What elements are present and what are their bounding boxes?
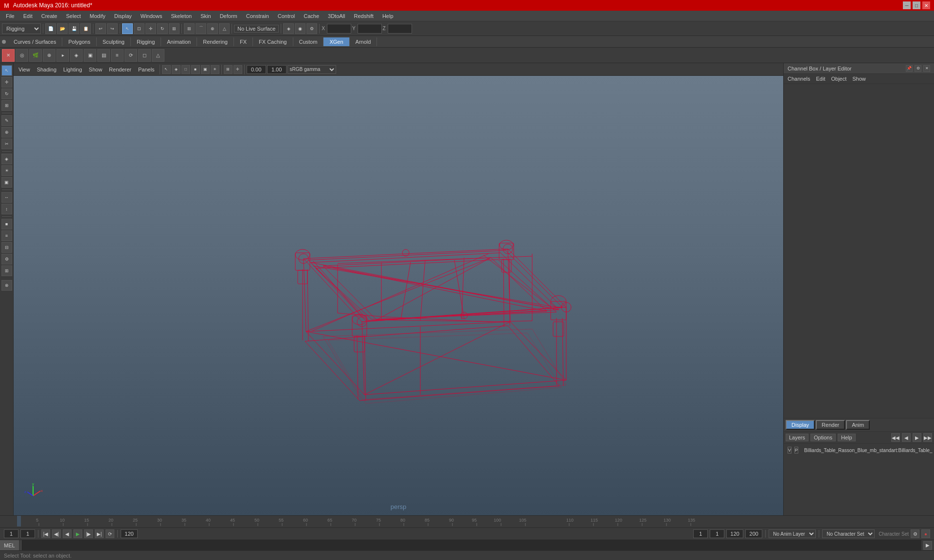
ipr-render-btn[interactable]: ◉ bbox=[295, 23, 305, 34]
menu-item-file[interactable]: File bbox=[2, 12, 18, 20]
play-fwd-btn[interactable]: ▶ bbox=[73, 529, 82, 538]
x-field[interactable] bbox=[327, 24, 351, 34]
title-bar-controls[interactable]: ─ □ ✕ bbox=[903, 1, 930, 9]
shelf-btn-3[interactable]: ⊕ bbox=[43, 49, 55, 62]
undo-btn[interactable]: ↩ bbox=[95, 23, 106, 34]
channels-tab[interactable]: Channels bbox=[788, 76, 810, 82]
layer-render-toggle[interactable]: P bbox=[794, 447, 798, 454]
module-tab-custom[interactable]: Custom bbox=[293, 37, 324, 46]
shelf-btn-5[interactable]: ◈ bbox=[70, 49, 83, 62]
viewport-3d[interactable]: persp x y z bbox=[14, 76, 783, 515]
snap-point-btn[interactable]: ⊕ bbox=[207, 23, 218, 34]
menu-item-modify[interactable]: Modify bbox=[86, 12, 109, 20]
save-file-btn[interactable]: 💾 bbox=[69, 23, 79, 34]
start-frame-field[interactable] bbox=[4, 529, 18, 538]
command-run-btn[interactable]: ▶ bbox=[923, 541, 932, 550]
layer-end-btn[interactable]: ▶▶ bbox=[923, 433, 932, 442]
menu-item-deform[interactable]: Deform bbox=[216, 12, 241, 20]
anim-layer-dropdown[interactable]: No Anim Layer bbox=[769, 529, 816, 538]
show-menu[interactable]: Show bbox=[86, 66, 106, 73]
vp-select-btn[interactable]: ↖ bbox=[162, 65, 171, 74]
renderer-menu[interactable]: Renderer bbox=[106, 66, 134, 73]
snap-surface-btn[interactable]: △ bbox=[219, 23, 230, 34]
render-current-btn[interactable]: ◈ bbox=[283, 23, 294, 34]
timeline-area[interactable]: 510 1520 2530 3540 4550 5560 6570 7580 8… bbox=[0, 515, 934, 527]
panels-menu[interactable]: Panels bbox=[135, 66, 158, 73]
vp-camera-btn[interactable]: ◈ bbox=[172, 65, 180, 74]
menu-item-help[interactable]: Help bbox=[378, 12, 397, 20]
anim-tab[interactable]: Anim bbox=[846, 420, 870, 430]
go-to-end-btn[interactable]: ▶| bbox=[95, 529, 104, 538]
shelf-btn-2[interactable]: 🌿 bbox=[29, 49, 42, 62]
y-field[interactable] bbox=[358, 24, 382, 34]
scale-tool-btn[interactable]: ⊞ bbox=[169, 23, 180, 34]
auto-key-btn[interactable]: ● bbox=[921, 529, 930, 538]
module-tab-fx[interactable]: FX bbox=[234, 37, 253, 46]
open-file-btn[interactable]: 📂 bbox=[57, 23, 68, 34]
channel-box-pin-btn[interactable]: 📌 bbox=[906, 65, 913, 72]
shelf-btn-9[interactable]: ⟳ bbox=[125, 49, 137, 62]
current-frame-field1[interactable] bbox=[20, 529, 35, 538]
attr-editor[interactable]: ⊟ bbox=[1, 242, 12, 253]
module-tab-fx-caching[interactable]: FX Caching bbox=[253, 37, 293, 46]
vp-wireframe-btn[interactable]: □ bbox=[181, 65, 190, 74]
select-tool[interactable]: ↖ bbox=[1, 65, 12, 76]
close-button[interactable]: ✕ bbox=[922, 1, 930, 9]
menu-item-control[interactable]: Control bbox=[274, 12, 299, 20]
maximize-button[interactable]: □ bbox=[913, 1, 920, 9]
dimension-tool[interactable]: ↕ bbox=[1, 204, 12, 214]
rotate-tool[interactable]: ↻ bbox=[1, 88, 12, 99]
module-tab-rigging[interactable]: Rigging bbox=[131, 37, 161, 46]
shelf-btn-1[interactable]: ◎ bbox=[16, 49, 28, 62]
current-frame-field2[interactable] bbox=[710, 529, 724, 538]
menu-item-windows[interactable]: Windows bbox=[137, 12, 166, 20]
help-menu[interactable]: Help bbox=[838, 434, 856, 441]
module-tab-rendering[interactable]: Rendering bbox=[197, 37, 234, 46]
move-tool-btn[interactable]: ✛ bbox=[145, 23, 156, 34]
scale-tool[interactable]: ⊞ bbox=[1, 100, 12, 111]
shelf-btn-8[interactable]: ≡ bbox=[111, 49, 124, 62]
lighting-menu[interactable]: Lighting bbox=[60, 66, 85, 73]
end-frame-field2[interactable] bbox=[726, 529, 743, 538]
command-input[interactable] bbox=[21, 540, 921, 550]
layer-next-btn[interactable]: ▶ bbox=[913, 433, 921, 442]
shelf-xgen-btn[interactable]: ✕ bbox=[2, 49, 15, 62]
minimize-button[interactable]: ─ bbox=[903, 1, 911, 9]
vp-texture-btn[interactable]: ▣ bbox=[201, 65, 210, 74]
character-set-dropdown[interactable]: No Character Set bbox=[822, 529, 875, 538]
vp-smooth-btn[interactable]: ■ bbox=[191, 65, 200, 74]
outliner[interactable]: ≡ bbox=[1, 230, 12, 241]
cut-tool[interactable]: ✂ bbox=[1, 139, 12, 149]
menu-item-cache[interactable]: Cache bbox=[300, 12, 323, 20]
measure-tool[interactable]: ↔ bbox=[1, 192, 12, 203]
camera-tool[interactable]: ◈ bbox=[1, 154, 12, 164]
shelf-btn-11[interactable]: △ bbox=[152, 49, 164, 62]
channel-box-close-btn[interactable]: ✕ bbox=[923, 65, 930, 72]
shelf-btn-4[interactable]: ▸ bbox=[56, 49, 69, 62]
show-tab[interactable]: Show bbox=[852, 76, 866, 82]
render-view[interactable]: ■ bbox=[1, 219, 12, 229]
char-set-settings-btn[interactable]: ⚙ bbox=[911, 529, 919, 538]
snap-grid-btn[interactable]: ⊞ bbox=[184, 23, 195, 34]
save-as-btn[interactable]: 📋 bbox=[80, 23, 91, 34]
menu-item-edit[interactable]: Edit bbox=[19, 12, 36, 20]
layers-menu[interactable]: Layers bbox=[786, 434, 808, 441]
render-tab[interactable]: Render bbox=[816, 420, 845, 430]
module-tab-polygons[interactable]: Polygons bbox=[62, 37, 96, 46]
exposure-field[interactable] bbox=[247, 65, 266, 74]
vp-grid-btn[interactable]: ⊞ bbox=[224, 65, 233, 74]
edit-tab[interactable]: Edit bbox=[816, 76, 825, 82]
light-tool[interactable]: ☀ bbox=[1, 165, 12, 176]
move-tool[interactable]: ✛ bbox=[1, 77, 12, 88]
channel-box-btn[interactable]: ⊞ bbox=[1, 265, 12, 276]
shelf-btn-7[interactable]: ▤ bbox=[97, 49, 110, 62]
menu-item-redshift[interactable]: Redshift bbox=[350, 12, 377, 20]
module-tab-curves-/-surfaces[interactable]: Curves / Surfaces bbox=[8, 37, 62, 46]
module-tab-animation[interactable]: Animation bbox=[161, 37, 197, 46]
material-tool[interactable]: ▣ bbox=[1, 177, 12, 188]
shading-menu[interactable]: Shading bbox=[34, 66, 59, 73]
channel-box-settings-btn[interactable]: ⚙ bbox=[915, 65, 921, 72]
redo-btn[interactable]: ↪ bbox=[107, 23, 118, 34]
menu-item-skin[interactable]: Skin bbox=[197, 12, 215, 20]
select-tool-btn[interactable]: ↖ bbox=[122, 23, 133, 34]
